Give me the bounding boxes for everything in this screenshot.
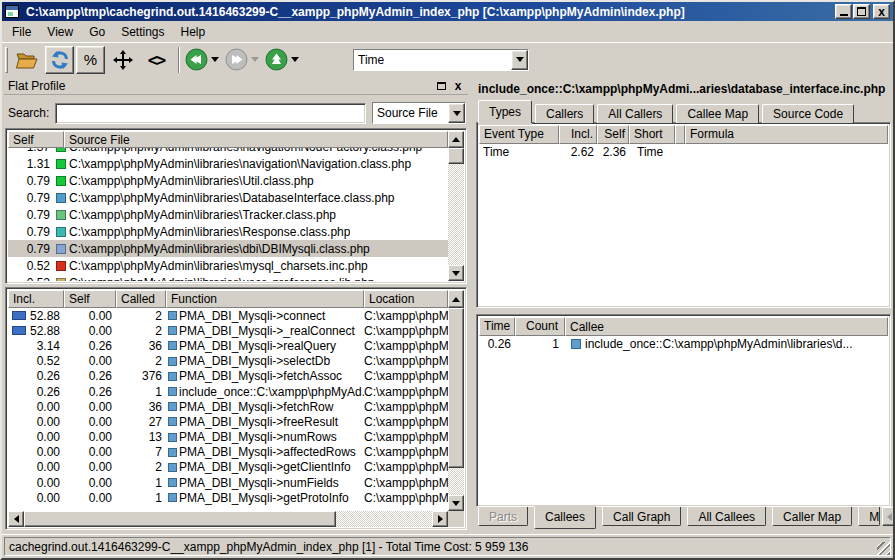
tab-call-graph[interactable]: Call Graph <box>602 507 681 526</box>
maximize-button[interactable] <box>853 4 870 19</box>
table-row[interactable]: 0.000.007PMA_DBI_Mysqli->affectedRowsC:\… <box>8 445 448 460</box>
tab-all-callees[interactable]: All Callees <box>687 507 766 526</box>
col-function[interactable]: Function <box>166 290 364 308</box>
menu-file[interactable]: File <box>4 23 39 41</box>
close-dock-button[interactable]: x <box>451 80 465 93</box>
up-button[interactable] <box>265 48 299 71</box>
table-row[interactable]: 0.26 1 include_once::C:\xampp\phpMyAdmin… <box>479 336 888 352</box>
arrow-up-icon <box>452 297 460 302</box>
col-event-type[interactable]: Event Type <box>479 125 559 144</box>
table-row[interactable]: 0.000.002PMA_DBI_Mysqli->getClientInfoC:… <box>8 460 448 475</box>
table-row-selected[interactable]: 0.79C:\xampp\phpMyAdmin\libraries\dbi\DB… <box>8 240 448 257</box>
search-input[interactable] <box>55 103 366 124</box>
called-cell: 1 <box>116 476 166 490</box>
col-count[interactable]: Count <box>515 317 565 336</box>
menu-go[interactable]: Go <box>81 23 113 41</box>
table-row[interactable]: 0.000.0027PMA_DBI_Mysqli->freeResultC:\x… <box>8 414 448 429</box>
table-row[interactable]: 52.880.002PMA_DBI_Mysqli->connectC:\xamp… <box>8 308 448 323</box>
reload-button[interactable] <box>45 46 74 74</box>
table-row[interactable]: 0.79C:\xampp\phpMyAdmin\libraries\Util.c… <box>8 172 448 189</box>
table-row[interactable]: 1.37C:\xampp\phpMyAdmin\libraries\naviga… <box>8 148 448 155</box>
menu-view[interactable]: View <box>39 23 81 41</box>
toolbar-grip[interactable] <box>5 47 8 73</box>
expand-depth-button[interactable] <box>107 46 139 74</box>
open-file-button[interactable] <box>11 46 43 74</box>
table-row[interactable]: Time 2.62 2.36 Time <box>479 144 888 160</box>
table-row[interactable]: 0.260.261include_once::C:\xampp\phpMyAd.… <box>8 384 448 399</box>
tab-caller-map[interactable]: Caller Map <box>772 507 852 526</box>
col-source-file[interactable]: Source File <box>64 131 448 148</box>
tab-callees[interactable]: Callees <box>534 507 596 529</box>
col-incl[interactable]: Incl. <box>559 125 597 144</box>
table-row[interactable]: 1.31C:\xampp\phpMyAdmin\libraries\naviga… <box>8 155 448 172</box>
function-icon <box>168 448 177 457</box>
table-row[interactable]: 0.000.001PMA_DBI_Mysqli->numFieldsC:\xam… <box>8 475 448 490</box>
relative-percent-button[interactable]: % <box>76 46 105 74</box>
scroll-right-button[interactable] <box>432 511 448 527</box>
table-row[interactable]: 0.000.001PMA_DBI_Mysqli->getProtoInfoC:\… <box>8 490 448 505</box>
tab-source-code[interactable]: Source Code <box>762 104 854 123</box>
file-list-vscrollbar[interactable] <box>448 148 464 281</box>
col-formula[interactable]: Formula <box>685 125 888 144</box>
scroll-down-button[interactable] <box>448 265 464 281</box>
tab-types[interactable]: Types <box>478 100 532 123</box>
scrollbar-thumb[interactable] <box>448 308 464 468</box>
scrollbar-thumb[interactable] <box>24 511 336 527</box>
group-by-combo[interactable]: Source File <box>372 102 466 124</box>
arrow-down-icon <box>452 271 460 276</box>
event-type-combo-arrow[interactable] <box>511 50 528 70</box>
forward-button[interactable] <box>225 48 259 71</box>
col-called[interactable]: Called <box>116 290 166 308</box>
event-type-combo[interactable]: Time <box>353 49 529 71</box>
col-location[interactable]: Location <box>364 290 448 308</box>
function-table-hscrollbar[interactable] <box>8 511 448 527</box>
function-name: PMA_DBI_Mysqli->fetchAssoc <box>179 369 342 383</box>
file-path: C:\xampp\phpMyAdmin\libraries\Util.class… <box>69 174 314 188</box>
table-row[interactable]: 3.140.2636PMA_DBI_Mysqli->realQueryC:\xa… <box>8 338 448 353</box>
col-incl[interactable]: Incl. <box>8 290 64 308</box>
table-row[interactable]: 52.880.002PMA_DBI_Mysqli->_realConnectC:… <box>8 323 448 338</box>
menu-help[interactable]: Help <box>173 23 214 41</box>
minimize-button[interactable] <box>835 4 852 19</box>
col-self[interactable]: Self <box>64 290 116 308</box>
table-row[interactable]: 0.79C:\xampp\phpMyAdmin\libraries\Respon… <box>8 223 448 240</box>
function-name: PMA_DBI_Mysqli->fetchRow <box>179 400 333 414</box>
col-short[interactable]: Short <box>629 125 675 144</box>
group-by-combo-arrow[interactable] <box>448 103 465 123</box>
table-row[interactable]: 0.52C:\xampp\phpMyAdmin\libraries\user_p… <box>8 274 448 281</box>
called-cell: 2 <box>116 460 166 474</box>
scrollbar-thumb[interactable] <box>448 148 464 164</box>
col-self[interactable]: Self <box>597 125 629 144</box>
scroll-down-button[interactable] <box>448 495 464 511</box>
table-row[interactable]: 0.000.0013PMA_DBI_Mysqli->numRowsC:\xamp… <box>8 430 448 445</box>
scroll-up-button[interactable] <box>448 131 464 148</box>
col-self[interactable]: Self <box>8 131 64 148</box>
table-row[interactable]: 0.79C:\xampp\phpMyAdmin\libraries\Tracke… <box>8 206 448 223</box>
tab-all-callers[interactable]: All Callers <box>597 104 673 123</box>
source-file-rows: 1.37C:\xampp\phpMyAdmin\libraries\naviga… <box>8 148 448 281</box>
col-callee[interactable]: Callee <box>565 317 888 336</box>
flat-profile-dock-header[interactable]: Flat Profile x <box>4 78 468 95</box>
title-bar[interactable]: C:\xampp\tmp\cachegrind.out.1416463299-C… <box>2 2 893 21</box>
resize-grip[interactable] <box>877 542 890 555</box>
table-row[interactable]: 0.79C:\xampp\phpMyAdmin\libraries\Databa… <box>8 189 448 206</box>
tab-machine-code[interactable]: Machine <box>858 507 880 526</box>
table-row[interactable]: 0.000.0036PMA_DBI_Mysqli->fetchRowC:\xam… <box>8 399 448 414</box>
table-row[interactable]: 0.260.26376PMA_DBI_Mysqli->fetchAssocC:\… <box>8 369 448 384</box>
up-dropdown-icon[interactable] <box>291 57 299 62</box>
function-table-vscrollbar[interactable] <box>448 308 464 511</box>
col-time[interactable]: Time <box>479 317 515 336</box>
menu-settings[interactable]: Settings <box>113 23 172 41</box>
table-row[interactable]: 0.52C:\xampp\phpMyAdmin\libraries\mysql_… <box>8 257 448 274</box>
cycle-detection-button[interactable]: <> <box>141 46 171 74</box>
back-button[interactable] <box>185 48 219 71</box>
scroll-up-button[interactable] <box>448 290 464 308</box>
tab-callee-map[interactable]: Callee Map <box>676 104 759 123</box>
float-dock-button[interactable] <box>434 80 448 93</box>
incl-cell: 0.00 <box>37 460 60 474</box>
scroll-left-button[interactable] <box>8 511 24 527</box>
close-button[interactable]: x <box>873 4 890 19</box>
tab-callers[interactable]: Callers <box>535 104 594 123</box>
back-dropdown-icon[interactable] <box>211 57 219 62</box>
table-row[interactable]: 0.520.002PMA_DBI_Mysqli->selectDbC:\xamp… <box>8 354 448 369</box>
